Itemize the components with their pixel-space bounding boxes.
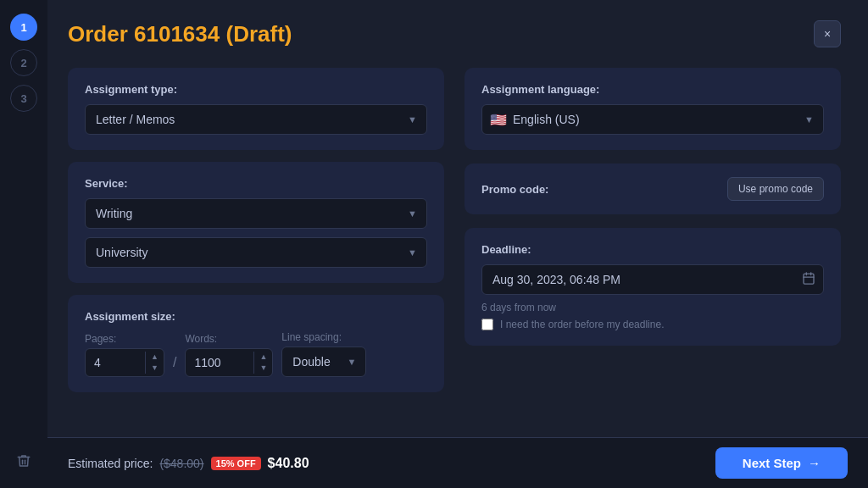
deadline-section: Deadline: 6 days from now <box>465 228 841 346</box>
svg-rect-0 <box>804 274 814 284</box>
assignment-type-section: Assignment type: Letter / Memos Essay Re… <box>68 68 444 150</box>
page-title: Order 6101634 (Draft) <box>68 21 292 47</box>
words-up-button[interactable]: ▲ <box>254 352 272 363</box>
close-button[interactable]: × <box>814 20 841 47</box>
trash-icon[interactable] <box>10 447 37 474</box>
spacing-label: Line spacing: <box>281 331 366 343</box>
assignment-size-section: Assignment size: Pages: ▲ ▼ / <box>68 295 444 392</box>
words-input[interactable] <box>186 349 253 376</box>
words-spinners: ▲ ▼ <box>253 352 272 374</box>
sidebar-step-1[interactable]: 1 <box>10 14 37 41</box>
service-type-select[interactable]: Writing Editing Proofreading <box>85 198 427 229</box>
size-fields: Pages: ▲ ▼ / Words: <box>85 331 427 377</box>
service-dropdowns: Writing Editing Proofreading ▼ Universit… <box>85 198 427 268</box>
deadline-checkbox-row: I need the order before my deadline. <box>481 319 824 330</box>
before-deadline-checkbox[interactable] <box>481 319 493 330</box>
discount-badge: 15% OFF <box>211 457 261 470</box>
sidebar: 1 2 3 <box>0 0 47 488</box>
assignment-type-wrapper: Letter / Memos Essay Research Paper Diss… <box>85 104 427 135</box>
service-type-wrapper: Writing Editing Proofreading ▼ <box>85 198 427 229</box>
language-label: Assignment language: <box>481 83 824 96</box>
promo-row: Promo code: Use promo code <box>481 177 824 201</box>
form-area: Assignment type: Letter / Memos Essay Re… <box>68 68 841 437</box>
spacing-select[interactable]: Double Single 1.5 <box>281 347 366 377</box>
words-down-button[interactable]: ▼ <box>254 363 272 374</box>
pages-field: Pages: ▲ ▼ <box>85 333 164 377</box>
pages-up-button[interactable]: ▲ <box>146 352 164 363</box>
deadline-label: Deadline: <box>481 243 824 256</box>
spacing-wrapper: Double Single 1.5 ▼ <box>281 347 366 377</box>
flag-icon: 🇺🇸 <box>490 112 507 128</box>
page-header: Order 6101634 (Draft) × <box>68 20 841 47</box>
language-arrow-icon: ▼ <box>804 114 814 125</box>
calendar-icon[interactable] <box>802 272 815 288</box>
words-field: Words: ▲ ▼ <box>185 333 273 377</box>
language-select-wrapper: 🇺🇸 English (US) English (UK) Spanish Fre… <box>481 104 824 135</box>
pages-input[interactable] <box>86 349 145 376</box>
pages-input-wrap: ▲ ▼ <box>85 348 164 377</box>
words-label: Words: <box>185 333 273 345</box>
price-area: Estimated price: ($48.00) 15% OFF $40.80 <box>68 456 309 471</box>
left-column: Assignment type: Letter / Memos Essay Re… <box>68 68 444 437</box>
spacing-field: Line spacing: Double Single 1.5 ▼ <box>281 331 366 377</box>
pages-label: Pages: <box>85 333 164 345</box>
estimated-price-label: Estimated price: <box>68 457 153 470</box>
pages-spinners: ▲ ▼ <box>145 352 164 374</box>
promo-button[interactable]: Use promo code <box>727 177 824 201</box>
next-step-label: Next Step <box>743 456 801 470</box>
service-section: Service: Writing Editing Proofreading ▼ … <box>68 162 444 283</box>
deadline-hint: 6 days from now <box>481 302 824 313</box>
assignment-size-label: Assignment size: <box>85 310 427 323</box>
divider-slash: / <box>173 355 176 370</box>
footer: Estimated price: ($48.00) 15% OFF $40.80… <box>47 437 868 488</box>
words-input-wrap: ▲ ▼ <box>185 348 273 377</box>
final-price: $40.80 <box>268 456 309 471</box>
before-deadline-label: I need the order before my deadline. <box>500 319 664 330</box>
service-level-select[interactable]: University High School Masters PhD <box>85 237 427 268</box>
service-level-wrapper: University High School Masters PhD ▼ <box>85 237 427 268</box>
promo-section: Promo code: Use promo code <box>465 164 841 214</box>
assignment-type-label: Assignment type: <box>85 83 427 96</box>
language-select[interactable]: English (US) English (UK) Spanish French <box>481 104 824 135</box>
language-section: Assignment language: 🇺🇸 English (US) Eng… <box>465 68 841 150</box>
promo-label: Promo code: <box>481 183 548 196</box>
service-label: Service: <box>85 177 427 190</box>
deadline-input[interactable] <box>481 264 824 295</box>
pages-down-button[interactable]: ▼ <box>146 363 164 374</box>
next-step-button[interactable]: Next Step → <box>715 447 848 479</box>
assignment-type-select[interactable]: Letter / Memos Essay Research Paper Diss… <box>85 104 427 135</box>
next-arrow-icon: → <box>808 456 821 470</box>
right-column: Assignment language: 🇺🇸 English (US) Eng… <box>465 68 841 437</box>
sidebar-step-3[interactable]: 3 <box>10 85 37 112</box>
main-content: Order 6101634 (Draft) × Assignment type:… <box>47 0 868 488</box>
original-price: ($48.00) <box>159 457 203 470</box>
deadline-input-wrap <box>481 264 824 295</box>
sidebar-step-2[interactable]: 2 <box>10 49 37 76</box>
